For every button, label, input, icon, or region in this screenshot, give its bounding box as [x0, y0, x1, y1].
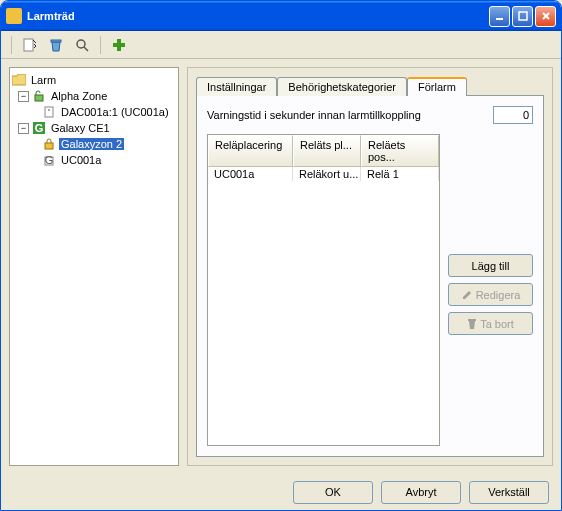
- tree-item[interactable]: G UC001a: [12, 152, 176, 168]
- titlebar[interactable]: Larmträd: [1, 1, 561, 31]
- cancel-button[interactable]: Avbryt: [381, 481, 461, 504]
- collapse-icon[interactable]: −: [18, 123, 29, 134]
- svg-rect-15: [45, 143, 53, 149]
- edit-relay-button[interactable]: Redigera: [448, 283, 533, 306]
- ok-button[interactable]: OK: [293, 481, 373, 504]
- tree-panel[interactable]: Larm − Alpha Zone DAC001a:1 (UC001a) − G…: [9, 67, 179, 466]
- warning-label: Varningstid i sekunder innan larmtillkop…: [207, 109, 493, 121]
- table-row[interactable]: UC001a Reläkort u... Relä 1: [208, 167, 439, 181]
- add-button[interactable]: [109, 35, 129, 55]
- svg-line-7: [84, 47, 88, 51]
- svg-rect-5: [51, 40, 61, 42]
- tabs: Inställningar Behörighetskategorier Förl…: [196, 77, 544, 96]
- group-small-icon: G: [42, 153, 56, 167]
- group-icon: G: [32, 121, 46, 135]
- tree-root[interactable]: Larm: [12, 72, 176, 88]
- svg-text:G: G: [35, 122, 44, 134]
- close-button[interactable]: [535, 6, 556, 27]
- svg-rect-10: [35, 95, 43, 101]
- tree-item[interactable]: DAC001a:1 (UC001a): [12, 104, 176, 120]
- col-relay-pl[interactable]: Reläts pl...: [293, 135, 361, 167]
- new-button[interactable]: [20, 35, 40, 55]
- svg-text:G: G: [45, 154, 54, 166]
- svg-point-12: [48, 109, 50, 111]
- window: Larmträd Larm − Alpha Zone: [0, 0, 562, 511]
- lock-open-icon: [32, 89, 46, 103]
- relay-table[interactable]: Reläplacering Reläts pl... Reläets pos..…: [207, 134, 440, 446]
- tree-item[interactable]: − Alpha Zone: [12, 88, 176, 104]
- svg-point-6: [77, 40, 85, 48]
- col-placement[interactable]: Reläplacering: [208, 135, 293, 167]
- right-panel: Inställningar Behörighetskategorier Förl…: [187, 67, 553, 466]
- svg-rect-1: [519, 12, 527, 20]
- tab-prealarm[interactable]: Förlarm: [407, 77, 467, 96]
- lock-icon: [42, 137, 56, 151]
- apply-button[interactable]: Verkställ: [469, 481, 549, 504]
- folder-icon: [12, 73, 26, 87]
- tree-item[interactable]: − G Galaxy CE1: [12, 120, 176, 136]
- delete-relay-button[interactable]: Ta bort: [448, 312, 533, 335]
- col-relay-pos[interactable]: Reläets pos...: [361, 135, 439, 167]
- tab-content: Varningstid i sekunder innan larmtillkop…: [196, 95, 544, 457]
- search-button[interactable]: [72, 35, 92, 55]
- toolbar: [1, 31, 561, 59]
- tab-settings[interactable]: Inställningar: [196, 77, 277, 96]
- collapse-icon[interactable]: −: [18, 91, 29, 102]
- delete-button[interactable]: [46, 35, 66, 55]
- minimize-button[interactable]: [489, 6, 510, 27]
- app-icon: [6, 8, 22, 24]
- device-icon: [42, 105, 56, 119]
- svg-rect-4: [24, 39, 33, 51]
- maximize-button[interactable]: [512, 6, 533, 27]
- tab-permissions[interactable]: Behörighetskategorier: [277, 77, 407, 96]
- footer: OK Avbryt Verkställ: [1, 474, 561, 510]
- svg-rect-11: [45, 107, 53, 117]
- warning-input[interactable]: [493, 106, 533, 124]
- content: Larm − Alpha Zone DAC001a:1 (UC001a) − G…: [1, 59, 561, 474]
- add-relay-button[interactable]: Lägg till: [448, 254, 533, 277]
- svg-rect-0: [496, 18, 503, 20]
- svg-rect-18: [468, 319, 476, 321]
- window-title: Larmträd: [27, 10, 489, 22]
- tree-item-selected[interactable]: Galaxyzon 2: [12, 136, 176, 152]
